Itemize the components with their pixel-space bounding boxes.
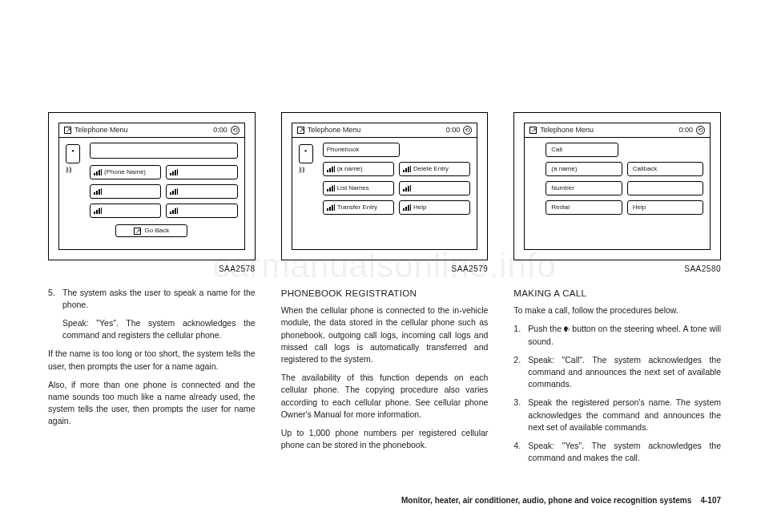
signal-icon — [403, 166, 411, 172]
step-5-sub: Speak: "Yes". The system acknowledges th… — [48, 317, 256, 341]
menu-list: Call (a name) Callback Number Redial — [546, 143, 703, 215]
titlebar-left: Telephone Menu — [64, 125, 128, 135]
screen-inner: Telephone Menu 0:00 ⸩⸩ (Phone Name) — [58, 123, 245, 250]
talk-button-icon — [562, 324, 572, 333]
page-footer: Monitor, heater, air conditioner, audio,… — [401, 496, 721, 505]
refresh-icon — [463, 126, 472, 135]
transfer-entry-item: Transfer Entry — [323, 200, 394, 215]
label: List Names — [337, 183, 369, 193]
step-list: 5.The system asks the user to speak a na… — [48, 287, 256, 311]
signal-icon — [170, 188, 178, 195]
list-names-item: List Names — [323, 181, 394, 195]
screen-body: ⸩⸩ (Phone Name) Go Back — [59, 138, 244, 249]
signal-icon — [170, 208, 178, 214]
signal-icon — [94, 208, 102, 214]
screen-title: Telephone Menu — [308, 125, 361, 135]
screen-figure-3: Telephone Menu 0:00 Call (a name) Ca — [513, 112, 721, 260]
step-text: Speak the registered person's name. The … — [528, 397, 721, 431]
step-text: Speak: "Call". The system acknowledges t… — [528, 355, 721, 389]
aname-item: (a name) — [546, 162, 622, 176]
input-field — [90, 143, 238, 159]
signal-icon — [327, 166, 335, 172]
number-item: Number — [546, 181, 622, 195]
go-back-label: Go Back — [144, 226, 169, 236]
help-item: Help — [399, 200, 470, 215]
screen-title: Telephone Menu — [540, 125, 594, 135]
nav-icon — [64, 127, 71, 134]
menu-list: Phonebook (a name) Delete Entry List Nam… — [323, 143, 471, 215]
step-4: 4.Speak: "Yes". The system acknowledges … — [513, 440, 721, 464]
screen-time: 0:00 — [213, 125, 227, 135]
step-text-a: Push the — [528, 324, 562, 333]
screen-title: Telephone Menu — [74, 125, 128, 135]
three-column-layout: Telephone Menu 0:00 ⸩⸩ (Phone Name) — [48, 112, 721, 492]
nav-icon — [297, 127, 304, 134]
empty-cell — [90, 184, 161, 199]
phone-name-cell: (Phone Name) — [90, 165, 161, 179]
step-text: Speak: "Yes". The system acknowledges th… — [528, 441, 721, 462]
signal-icon — [170, 169, 178, 175]
label: Number — [551, 183, 574, 193]
option-grid: (Phone Name) — [90, 165, 238, 218]
step-list: 1.Push thebutton on the steering wheel. … — [513, 323, 721, 464]
screen-titlebar: Telephone Menu 0:00 — [525, 123, 710, 138]
nav-icon — [529, 127, 537, 134]
empty-item — [399, 181, 470, 195]
step-1: 1.Push thebutton on the steering wheel. … — [513, 323, 721, 347]
screen-body: Call (a name) Callback Number Redial — [525, 138, 710, 249]
column-2: Telephone Menu 0:00 ⸩⸩ Phonebook — [281, 112, 489, 492]
step-5: 5.The system asks the user to speak a na… — [48, 287, 256, 311]
nav-icon — [134, 228, 141, 235]
manual-page: Telephone Menu 0:00 ⸩⸩ (Phone Name) — [0, 0, 769, 532]
screen-time: 0:00 — [446, 125, 461, 135]
label: (a name) — [551, 164, 577, 174]
figure-caption: SAA2579 — [281, 264, 489, 276]
section-heading: PHONEBOOK REGISTRATION — [281, 287, 489, 300]
intro-paragraph: To make a call, follow the procedures be… — [513, 304, 721, 316]
paragraph: Up to 1,000 phone numbers per registered… — [281, 427, 489, 451]
screen-inner: Telephone Menu 0:00 ⸩⸩ Phonebook — [292, 123, 478, 250]
figure-caption: SAA2580 — [513, 264, 721, 276]
screen-figure-1: Telephone Menu 0:00 ⸩⸩ (Phone Name) — [48, 112, 256, 260]
call-item: Call — [546, 143, 618, 157]
step-text: The system asks the user to speak a name… — [62, 288, 256, 309]
paragraph: When the cellular phone is connected to … — [281, 304, 489, 365]
figure-caption: SAA2578 — [48, 264, 256, 276]
label: Phonebook — [327, 145, 359, 155]
signal-icon — [94, 169, 102, 175]
goback-row: Go Back — [66, 224, 238, 237]
label: Call — [551, 145, 562, 155]
signal-icon — [327, 185, 335, 191]
screen-inner: Telephone Menu 0:00 Call (a name) Ca — [524, 123, 711, 250]
delete-entry-item: Delete Entry — [399, 162, 470, 176]
screen-time: 0:00 — [678, 125, 693, 135]
titlebar-left: Telephone Menu — [529, 125, 594, 135]
callback-item: Callback — [627, 162, 703, 176]
label: Callback — [633, 164, 658, 174]
footer-page: 4-107 — [700, 496, 721, 505]
refresh-icon — [231, 126, 240, 135]
phonebook-item: Phonebook — [323, 143, 400, 157]
label: Help — [633, 203, 646, 212]
label: Transfer Entry — [337, 203, 377, 212]
paragraph: Also, if more than one phone is connecte… — [48, 379, 256, 428]
label: Delete Entry — [413, 164, 449, 174]
empty-cell — [166, 184, 237, 199]
signal-icon — [94, 188, 102, 195]
column-3: Telephone Menu 0:00 Call (a name) Ca — [513, 112, 721, 492]
step-3: 3.Speak the registered person's name. Th… — [513, 397, 721, 433]
signal-icon — [327, 204, 335, 211]
go-back-button: Go Back — [115, 224, 187, 237]
step-2: 2.Speak: "Call". The system acknowledges… — [513, 354, 721, 391]
label: (a name) — [337, 164, 363, 174]
empty-cell — [166, 165, 237, 179]
aname-item: (a name) — [323, 162, 394, 176]
screen-body: ⸩⸩ Phonebook (a name) Delete Entry List … — [292, 138, 477, 249]
paragraph: If the name is too long or too short, th… — [48, 348, 256, 372]
signal-icon — [403, 185, 411, 191]
sound-waves-icon: ⸩⸩ — [66, 165, 72, 175]
label: Redial — [551, 203, 570, 212]
empty-cell — [166, 204, 237, 218]
redial-item: Redial — [546, 200, 622, 215]
screen-figure-2: Telephone Menu 0:00 ⸩⸩ Phonebook — [281, 112, 489, 260]
